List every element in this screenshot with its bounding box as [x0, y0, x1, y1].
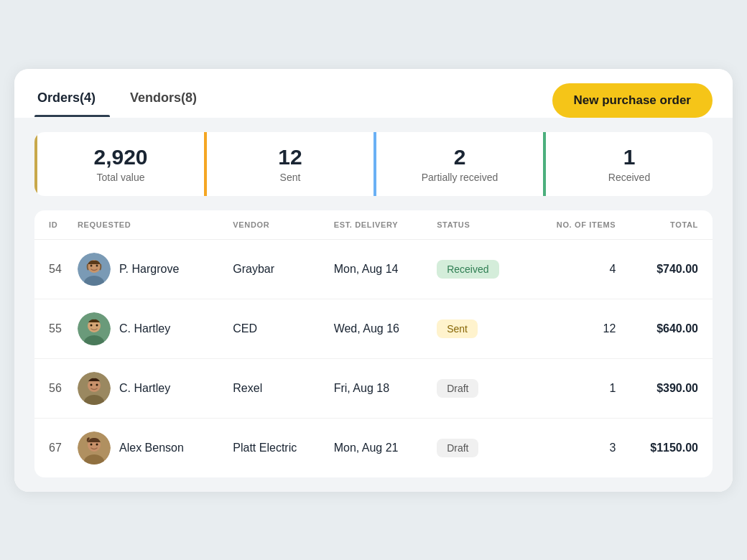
tab-vendors[interactable]: Vendors(8): [127, 83, 211, 117]
cell-status: Draft: [430, 358, 528, 418]
svg-point-3: [91, 264, 93, 266]
col-header-vendor: VENDOR: [226, 210, 326, 240]
status-badge: Sent: [437, 319, 478, 338]
cell-total: $740.00: [623, 239, 713, 299]
table-row[interactable]: 54 P. Hargrove Graybar Mon, Aug 14: [34, 239, 713, 299]
stat-sent: 12 Sent: [204, 132, 374, 196]
cell-vendor: Platt Electric: [226, 418, 326, 477]
avatar: [78, 253, 111, 286]
cell-est-delivery: Fri, Aug 18: [327, 358, 430, 418]
col-header-requested: REQUESTED: [70, 210, 226, 240]
col-header-est-delivery: EST. DELIVERY: [327, 210, 430, 240]
svg-point-14: [96, 383, 98, 386]
cell-num-items: 3: [528, 418, 623, 477]
status-badge: Draft: [437, 379, 478, 398]
col-header-num-items: NO. OF ITEMS: [528, 210, 623, 240]
stats-row: 2,920 Total value 12 Sent 2 Partially re…: [34, 132, 713, 196]
orders-table-section: ID REQUESTED VENDOR EST. DELIVERY STATUS…: [14, 210, 733, 492]
cell-status: Received: [430, 239, 528, 299]
orders-table: ID REQUESTED VENDOR EST. DELIVERY STATUS…: [34, 210, 713, 477]
avatar: [78, 431, 111, 465]
status-badge: Received: [437, 260, 498, 279]
cell-total: $1150.00: [623, 418, 713, 477]
cell-num-items: 4: [528, 239, 623, 299]
cell-requested: Alex Benson: [70, 418, 226, 477]
table-row[interactable]: 55 C. Hartley CED Wed, Aug 16 Sent 12: [34, 299, 713, 358]
cell-requested: C. Hartley: [70, 358, 226, 418]
cell-id: 56: [34, 358, 70, 418]
cell-total: $640.00: [623, 299, 713, 358]
requested-name: C. Hartley: [119, 322, 170, 335]
cell-est-delivery: Mon, Aug 14: [327, 239, 430, 299]
col-header-status: STATUS: [430, 210, 528, 240]
svg-point-9: [96, 324, 98, 326]
cell-vendor: CED: [226, 299, 326, 358]
cell-id: 67: [34, 418, 70, 477]
cell-vendor: Rexel: [226, 358, 326, 418]
avatar: [78, 312, 111, 345]
avatar: [78, 372, 111, 405]
requested-name: Alex Benson: [119, 442, 184, 454]
requested-name: C. Hartley: [119, 382, 170, 395]
header: Orders(4) Vendors(8) New purchase order: [14, 69, 733, 118]
col-header-total: TOTAL: [623, 210, 713, 240]
cell-total: $390.00: [623, 358, 713, 418]
main-container: Orders(4) Vendors(8) New purchase order …: [14, 69, 733, 492]
cell-requested: P. Hargrove: [70, 239, 226, 299]
table-row[interactable]: 67 Alex Benson Platt Electric Mon, Aug 2…: [34, 418, 713, 477]
svg-point-19: [96, 443, 98, 445]
cell-requested: C. Hartley: [70, 299, 226, 358]
stats-section: 2,920 Total value 12 Sent 2 Partially re…: [14, 118, 733, 210]
cell-est-delivery: Wed, Aug 16: [327, 299, 430, 358]
cell-status: Draft: [430, 418, 528, 477]
stat-total-value: 2,920 Total value: [34, 132, 204, 196]
stat-partially-received: 2 Partially received: [374, 132, 543, 196]
table-row[interactable]: 56 C. Hartley Rexel Fri, Aug 18 Draft: [34, 358, 713, 418]
new-purchase-order-button[interactable]: New purchase order: [552, 83, 713, 118]
svg-point-8: [91, 324, 93, 326]
status-badge: Draft: [437, 439, 478, 457]
cell-num-items: 12: [528, 299, 623, 358]
tab-bar: Orders(4) Vendors(8): [34, 83, 228, 117]
cell-est-delivery: Mon, Aug 21: [327, 418, 430, 477]
cell-id: 55: [34, 299, 70, 358]
svg-point-18: [91, 443, 93, 445]
orders-table-wrap: ID REQUESTED VENDOR EST. DELIVERY STATUS…: [34, 210, 713, 477]
svg-point-13: [91, 383, 93, 386]
tab-orders[interactable]: Orders(4): [34, 83, 110, 117]
stat-received: 1 Received: [543, 132, 713, 196]
cell-status: Sent: [430, 299, 528, 358]
svg-point-4: [96, 264, 98, 266]
requested-name: P. Hargrove: [119, 263, 179, 276]
cell-num-items: 1: [528, 358, 623, 418]
cell-id: 54: [34, 239, 70, 299]
col-header-id: ID: [34, 210, 70, 240]
cell-vendor: Graybar: [226, 239, 326, 299]
